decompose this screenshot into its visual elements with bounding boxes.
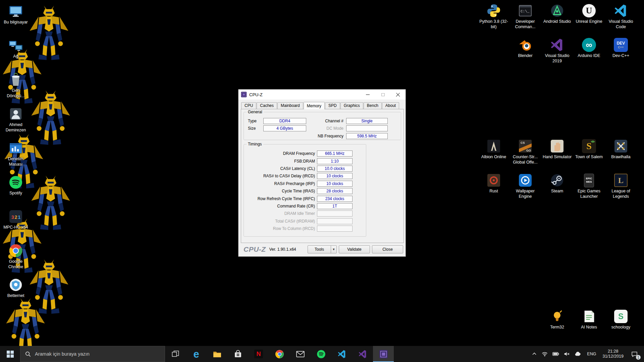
chevron-down-icon[interactable]: ▼ bbox=[331, 246, 336, 253]
cpuz-footer: CPU-Z Ver. 1.90.1.x64 Tools ▼ Validate C… bbox=[238, 242, 406, 256]
desktop-icon-network[interactable]: Ağ bbox=[2, 38, 29, 59]
desktop-icon-label: Geri Dönüşü... bbox=[2, 88, 29, 99]
taskbar-app-vscode[interactable] bbox=[331, 346, 352, 362]
volume-tray-button[interactable] bbox=[561, 346, 572, 362]
tab-graphics[interactable]: Graphics bbox=[340, 102, 363, 109]
onedrive-cloud-icon bbox=[575, 352, 581, 356]
desktop-icon-spotify[interactable]: Spotify bbox=[2, 175, 29, 196]
desktop-icon-label: Bu bilgisayar bbox=[4, 20, 28, 25]
desktop-icon-term32[interactable]: Term32 bbox=[542, 309, 573, 330]
desktop-icon-visual-studio-2019[interactable]: Visual Studio 2019 bbox=[542, 38, 573, 64]
tab-memory[interactable]: Memory bbox=[304, 102, 325, 109]
desktop-icon-hand-simulator[interactable]: Hand Simulator bbox=[542, 139, 573, 160]
desktop-icon-brawlhalla[interactable]: Brawlhalla bbox=[605, 139, 636, 160]
battery-icon bbox=[552, 352, 559, 356]
timing-value: 28 clocks bbox=[317, 188, 353, 194]
desktop-icon-town-of-salem[interactable]: Town of Salem bbox=[574, 139, 604, 160]
desktop-icon-unreal-engine[interactable]: Unreal Engine bbox=[574, 3, 604, 24]
taskbar-app-netflix[interactable] bbox=[248, 346, 269, 362]
taskbar-app-cpuz[interactable] bbox=[373, 346, 394, 362]
desktop-icon-csgo[interactable]: Counter-Str... Global Offe... bbox=[510, 139, 541, 165]
clock[interactable]: 21:28 31/12/2019 bbox=[599, 346, 627, 362]
size-label: Size bbox=[248, 125, 256, 131]
notification-badge: 1 bbox=[636, 355, 641, 360]
desktop-icon-user-folder[interactable]: Ahmed Demirezen bbox=[2, 107, 29, 133]
file-explorer-icon bbox=[213, 350, 222, 359]
taskbar-app-store[interactable] bbox=[227, 346, 248, 362]
league-of-legends-icon bbox=[613, 173, 628, 188]
tab-cpu[interactable]: CPU bbox=[241, 102, 256, 109]
vscode-icon bbox=[613, 3, 628, 18]
ai-notes-icon bbox=[582, 309, 596, 324]
taskbar-app-chrome[interactable] bbox=[269, 346, 290, 362]
desktop-icon-league-of-legends[interactable]: League of Legends bbox=[605, 173, 636, 199]
maximize-button[interactable] bbox=[375, 89, 390, 100]
taskbar-app-spotify[interactable] bbox=[311, 346, 331, 362]
taskbar-app-edge[interactable]: e bbox=[186, 346, 207, 362]
task-view-button[interactable] bbox=[165, 346, 186, 362]
wifi-icon bbox=[542, 352, 548, 357]
timing-row: Row Refresh Cycle Time (tRFC) 234 clocks bbox=[244, 195, 366, 202]
close-button[interactable] bbox=[390, 89, 406, 100]
desktop-icon-this-pc[interactable]: Bu bilgisayar bbox=[2, 4, 29, 25]
language-indicator[interactable]: ENG bbox=[584, 346, 599, 362]
rust-icon bbox=[486, 173, 501, 188]
desktop-icon-developer-command[interactable]: Developer Comman... bbox=[510, 3, 541, 29]
timing-value bbox=[317, 210, 353, 217]
desktop-icon-wallpaper-engine[interactable]: Wallpaper Engine bbox=[510, 173, 541, 199]
network-icon bbox=[8, 38, 23, 53]
desktop-icon-betternet[interactable]: Betternet bbox=[2, 278, 29, 299]
tab-mainboard[interactable]: Mainboard bbox=[277, 102, 303, 109]
timing-label: DRAM Idle Timer bbox=[244, 211, 317, 216]
desktop-icon-label: MPC-HC x64 bbox=[3, 225, 28, 230]
desktop-icon-python[interactable]: Python 3.8 (32-bit) bbox=[478, 3, 509, 29]
tab-about[interactable]: About bbox=[382, 102, 399, 109]
tools-button[interactable]: Tools ▼ bbox=[308, 245, 337, 253]
desktop-icon-mpc-hc[interactable]: MPC-HC x64 bbox=[2, 209, 29, 230]
hidden-icons-button[interactable] bbox=[529, 346, 539, 362]
desktop-icon-albion-online[interactable]: Albion Online bbox=[478, 139, 509, 160]
chevron-up-icon bbox=[532, 351, 537, 357]
taskbar-app-mail[interactable] bbox=[290, 346, 311, 362]
user-icon bbox=[8, 107, 23, 121]
cpuz-window: CPU-Z CPU Caches Mainboard Memory SPD Gr… bbox=[238, 89, 406, 257]
desktop-icon-epic-games[interactable]: Epic Games Launcher bbox=[574, 173, 604, 199]
desktop-icon-blender[interactable]: Blender bbox=[510, 38, 541, 59]
tab-caches[interactable]: Caches bbox=[257, 102, 277, 109]
timing-row: Command Rate (CR) 1T bbox=[244, 202, 366, 210]
desktop-icon-ai-notes[interactable]: AI Notes bbox=[574, 309, 604, 330]
dev-cpp-icon bbox=[613, 38, 628, 52]
validate-button[interactable]: Validate bbox=[339, 245, 370, 253]
desktop-icon-dev-cpp[interactable]: Dev-C++ bbox=[605, 38, 636, 59]
battery-tray-button[interactable] bbox=[550, 346, 561, 362]
wifi-tray-button[interactable] bbox=[539, 346, 550, 362]
minimize-button[interactable] bbox=[360, 89, 375, 100]
desktop-icon-label: Town of Salem bbox=[575, 155, 603, 160]
clock-time: 21:28 bbox=[608, 349, 618, 354]
desktop-icon-schoology[interactable]: schoology bbox=[605, 309, 636, 330]
cpuz-titlebar[interactable]: CPU-Z bbox=[238, 89, 406, 100]
desktop-icon-recycle-bin[interactable]: Geri Dönüşü... bbox=[2, 72, 29, 99]
nb-frequency-value: 598.5 MHz bbox=[346, 133, 388, 139]
desktop-icon-chrome[interactable]: Google Chrome bbox=[2, 243, 29, 269]
taskbar-app-visual-studio[interactable] bbox=[352, 346, 373, 362]
microsoft-store-icon bbox=[233, 350, 243, 359]
timings-rows: DRAM Frequency 665.1 MHz FSB:DRAM 1:10 C… bbox=[244, 150, 366, 232]
desktop-icon-vscode[interactable]: Visual Studio Code bbox=[605, 3, 636, 29]
timing-label: Cycle Time (tRAS) bbox=[244, 189, 317, 193]
desktop-icon-rust[interactable]: Rust bbox=[478, 173, 509, 194]
desktop-icon-steam[interactable]: Steam bbox=[542, 173, 573, 194]
action-center-button[interactable]: 1 bbox=[627, 346, 642, 362]
tab-bench[interactable]: Bench bbox=[364, 102, 382, 109]
onedrive-tray-button[interactable] bbox=[572, 346, 584, 362]
desktop-icon-arduino-ide[interactable]: Arduino IDE bbox=[574, 38, 604, 59]
tab-spd[interactable]: SPD bbox=[325, 102, 340, 109]
close-window-button[interactable]: Close bbox=[372, 245, 403, 253]
desktop-icon-control-panel[interactable]: Denetim Masası bbox=[2, 141, 29, 167]
start-button[interactable] bbox=[0, 346, 20, 362]
taskbar-search[interactable]: Aramak için buraya yazın bbox=[20, 346, 165, 362]
desktop-icon-label: Android Studio bbox=[543, 19, 571, 24]
taskbar-app-file-explorer[interactable] bbox=[207, 346, 227, 362]
timing-row: Row To Column (tRCD) bbox=[244, 225, 366, 232]
desktop-icon-android-studio[interactable]: Android Studio bbox=[542, 3, 573, 24]
